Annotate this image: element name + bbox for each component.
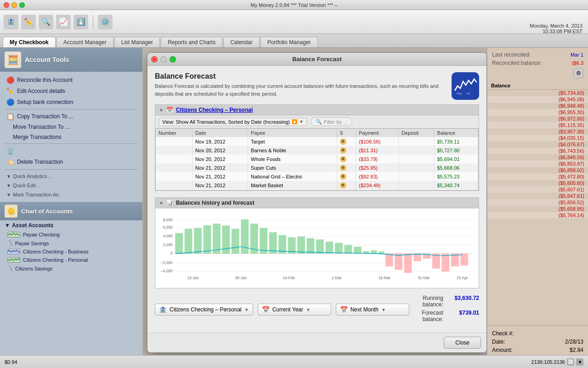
table-row[interactable]: Nov 21, 2012 National Grid – Electric ⚙ … [156, 172, 478, 181]
dialog-close-button[interactable]: × [151, 56, 158, 63]
transaction-table-container: View: Show All Transactions, Sorted by D… [155, 115, 479, 191]
balance-list-item: ($6,853.97) [487, 161, 588, 167]
minimize-window-button[interactable] [11, 2, 17, 8]
table-row[interactable]: Nov 21, 2012 Super Cuts ⚙ ($25.95) $5,66… [156, 163, 478, 172]
period-select-label: Current Year [272, 306, 303, 313]
quick-edit-section[interactable]: ▼ Quick Edit .. [0, 181, 142, 190]
copy-transaction-item[interactable]: 📋 Copy Transaction To ... [0, 111, 142, 122]
tab-portfolio-manager[interactable]: Portfolio Manager [260, 37, 318, 47]
svg-rect-45 [441, 253, 449, 271]
last-reconciled-value: Mar 1 [571, 52, 583, 58]
account-payae-checking[interactable]: Payae Checking [0, 230, 142, 239]
star-icon[interactable]: ★ [576, 358, 583, 366]
account-payae-savings[interactable]: ╲ Payae Savings [0, 239, 142, 247]
account-citizens-personal[interactable]: Citizens Checking - Personal [0, 256, 142, 264]
bank-connection-item[interactable]: 🔵 Setup bank connection [0, 97, 142, 108]
svg-text:14-Feb: 14-Feb [283, 276, 295, 280]
pencil-icon[interactable]: ✏️ [21, 15, 36, 29]
merge-transactions-item[interactable]: Merge Transactions [0, 132, 142, 142]
transaction-table: Number Date Payee S Payment Deposit Bala… [156, 129, 478, 190]
gear-button[interactable]: ⚙ [573, 68, 583, 78]
cell-status: ⚙ [337, 172, 356, 181]
tab-my-checkbook[interactable]: My Checkbook [3, 37, 56, 47]
date-value: 2/28/13 [565, 339, 583, 345]
chart-section: ▼ 📊 Balances history and forecast 8,000 … [155, 197, 479, 288]
calendar-icon: 📅 [166, 107, 173, 113]
toolbar-separator [93, 15, 93, 29]
chart-section-header[interactable]: ▼ 📊 Balances history and forecast [155, 197, 479, 208]
account-select-dropdown[interactable]: 🏦 Citizens Checking – Personal ▼ [155, 304, 253, 316]
tag-transactions-item[interactable]: 🏷️ Delete Transaction [0, 156, 142, 167]
table-row[interactable]: Nov 20, 2012 Whole Foods ⚙ ($33.79) $5,6… [156, 155, 478, 163]
close-window-button[interactable] [4, 2, 9, 8]
checkbook-icon[interactable]: 🏦 [4, 15, 18, 29]
cell-balance: $5,340.74 [434, 181, 478, 190]
tab-list-manager[interactable]: List Manager [114, 37, 160, 47]
dialog-min-button[interactable] [160, 56, 167, 63]
forecast-balance-row: Forecast balance: $739.01 [409, 310, 479, 322]
cell-payment: ($33.79) [356, 155, 399, 163]
svg-rect-30 [307, 238, 315, 253]
table-row[interactable]: Nov 20, 2012 Barnes & Noble ⚙ ($11.31) $… [156, 146, 478, 155]
delete-transaction-item[interactable]: 🗑️ [0, 145, 142, 156]
check-info: Check #: Date: 2/28/13 Amount: $2.84 [487, 328, 588, 358]
move-transaction-item[interactable]: Move Transaction To ... [0, 122, 142, 132]
forecast-select-dropdown[interactable]: 📅 Next Month ▼ [336, 304, 409, 316]
period-select-dropdown[interactable]: 📅 Current Year ▼ [258, 304, 331, 316]
amount-value: $2.84 [570, 347, 583, 353]
tab-reports-charts[interactable]: Reports and Charts [161, 37, 222, 47]
table-row[interactable]: Nov 21, 2012 Market Basket ⚙ ($234.49) $… [156, 181, 478, 190]
transaction-scroll[interactable]: Number Date Payee S Payment Deposit Bala… [155, 128, 479, 190]
cell-payee: Target [248, 137, 337, 146]
running-balance-value: $3,630.72 [447, 295, 479, 308]
balance-list-item: ($5,607.61) [487, 186, 588, 193]
maximize-window-button[interactable] [19, 2, 25, 8]
svg-rect-22 [232, 229, 239, 253]
reconcile-item[interactable]: 🔴 Reconcile this Account [0, 75, 142, 86]
settings-icon[interactable]: ⚙️ [98, 15, 113, 29]
account-select-arrow: ▼ [244, 307, 249, 312]
dialog-titlebar: × Balance Forecast [147, 53, 486, 66]
account-icon-1 [7, 232, 20, 237]
tab-calendar[interactable]: Calendar [223, 37, 260, 47]
view-select[interactable]: View: Show All Transactions, Sorted by D… [159, 118, 307, 126]
cell-deposit [398, 190, 434, 190]
account-citizens-savings[interactable]: ╲ Citizens Savings [0, 264, 142, 273]
mark-transaction-section[interactable]: ▼ Mark Transaction As: [0, 190, 142, 199]
account-citizens-business[interactable]: Citizens Checking - Business [0, 247, 142, 256]
account-section-link[interactable]: Citizens Checking – Personal [176, 107, 253, 113]
delete-bullet: 🗑️ [6, 147, 14, 155]
asset-accounts-section[interactable]: ▼ Asset Accounts [0, 220, 142, 230]
quick-analytics-label: Quick Analytics .. [13, 173, 51, 179]
svg-rect-29 [297, 236, 305, 253]
window-controls[interactable] [4, 2, 25, 8]
dialog-max-button[interactable] [170, 56, 176, 63]
close-button[interactable]: Close [444, 337, 481, 349]
search-icon[interactable]: 🔍 [39, 15, 53, 29]
cell-deposit [398, 137, 434, 146]
expand-icon[interactable]: ⬜ [567, 358, 574, 366]
col-number: Number [156, 129, 192, 137]
table-row[interactable]: Nov 19, 2012 Target ⚙ ($108.56) $5,739.1… [156, 137, 478, 146]
calculator-icon: 🧮 [5, 52, 21, 68]
cell-date: Nov 21, 2012 [192, 172, 248, 181]
table-row[interactable]: Nov 23, 2012 Gap ⚙ ($9.60) $5,331.14 [156, 190, 478, 190]
dialog-window-controls[interactable]: × [151, 56, 176, 63]
right-divider [487, 325, 588, 326]
right-panel-reconcile-info: Last reconciled: Mar 1 Reconciled balanc… [487, 48, 588, 82]
bottom-right-controls: 2136:105:2136 ⬜ ★ [531, 358, 583, 366]
forecast-title: Balance Forecast [155, 72, 449, 80]
download-icon[interactable]: ⬇️ [74, 15, 88, 29]
svg-rect-39 [385, 253, 393, 266]
quick-analytics-section[interactable]: ▼ Quick Analytics .. [0, 172, 142, 181]
account-section-header[interactable]: ▼ 📅 Citizens Checking – Personal [155, 104, 479, 115]
tab-account-manager[interactable]: Account Manager [57, 37, 113, 47]
reconcile-bullet: 🔴 [6, 76, 14, 84]
cell-number [156, 155, 192, 163]
edit-account-item[interactable]: ✏️ Edit Account details [0, 86, 142, 97]
quick-edit-arrow: ▼ [6, 183, 11, 188]
mark-transaction-arrow: ▼ [6, 192, 11, 197]
filter-input[interactable]: 🔍 Filter by ... [311, 117, 352, 126]
balance-list-item: ($4,076.67) [487, 141, 588, 148]
chart-icon[interactable]: 📈 [56, 15, 71, 29]
